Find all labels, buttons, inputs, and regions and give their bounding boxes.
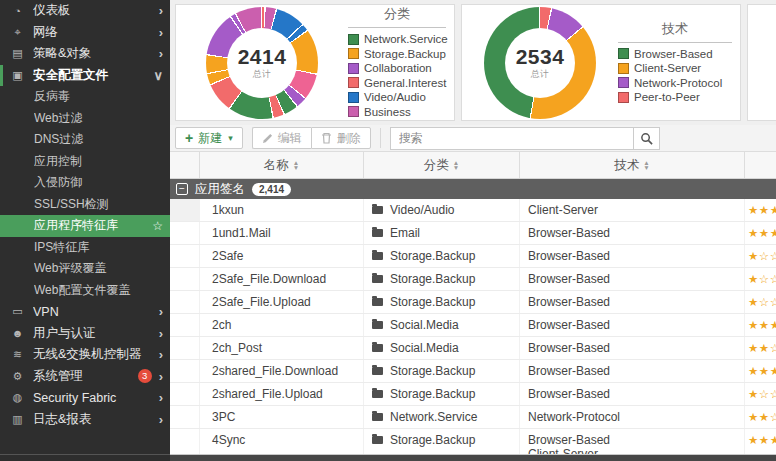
app-root: ◔ 仪表板 › ⌖ 网络 › ▤ 策略&对象 › ▣ 安全配置文件 ∨ 反病毒 … (0, 0, 776, 461)
favorite-star-icon[interactable]: ☆ (152, 219, 163, 233)
table-row[interactable]: 2Safe Storage.Backup Browser-Based ★☆☆ (170, 245, 776, 268)
app-name: 1kxun (200, 199, 364, 221)
table-row[interactable]: 1kxun Video/Audio Client-Server ★★★ (170, 199, 776, 222)
table-row[interactable]: 2ch_Post Social.Media Browser-Based ★★☆ (170, 337, 776, 360)
wireless-icon: ≋ (9, 348, 26, 361)
sidebar-item--[interactable]: ▥ 日志&报表 › (0, 409, 170, 431)
technology-cell: Client-Server (520, 199, 745, 221)
row-indent-cell (170, 222, 200, 244)
technology-chart-panel: 2534 总计 技术 Browser-Based Client-Server N… (461, 4, 741, 121)
category-label: Email (390, 226, 420, 240)
group-label: 应用签名 (195, 181, 245, 198)
sidebar-item--[interactable]: ▣ 安全配置文件 ∨ (0, 65, 170, 87)
policy-objects-icon: ▤ (9, 47, 26, 60)
row-indent-cell (170, 268, 200, 290)
folder-icon (372, 344, 383, 352)
app-name: 2shared_File.Upload (200, 383, 364, 405)
table-row[interactable]: 2shared_File.Download Storage.Backup Bro… (170, 360, 776, 383)
technology-cell: Network-Protocol (520, 406, 745, 428)
header-category[interactable]: 分类 ▲▼ (364, 152, 520, 178)
charts-row: 2414 总计 分类 Network.Service Storage.Backu… (170, 0, 776, 125)
sidebar-item--[interactable]: ≋ 无线&交换机控制器 › (0, 344, 170, 366)
chevron-right-icon: › (159, 3, 163, 18)
sidebar-item--[interactable]: ◔ 仪表板 › (0, 0, 170, 22)
folder-icon (372, 390, 383, 398)
sidebar-item--[interactable]: ☻ 用户与认证 › (0, 323, 170, 345)
sidebar-item--[interactable]: ⌖ 网络 › (0, 22, 170, 44)
category-label: Network.Service (390, 410, 477, 424)
category-legend: 分类 Network.Service Storage.Backup Collab… (348, 5, 454, 120)
search-button[interactable] (633, 127, 660, 150)
folder-icon (372, 206, 383, 214)
folder-icon (372, 436, 383, 444)
technology-cell: Browser-Based (520, 291, 745, 313)
header-indent-cell (170, 152, 200, 178)
table-row[interactable]: 1und1.Mail Email Browser-Based ★★★ (170, 222, 776, 245)
chevron-right-icon: › (159, 412, 163, 427)
sidebar-item-web-[interactable]: Web配置文件覆盖 (0, 280, 170, 302)
row-indent-cell (170, 337, 200, 359)
sort-icon: ▲▼ (293, 160, 299, 170)
legend-label: Storage.Backup (364, 48, 446, 60)
folder-icon (372, 321, 383, 329)
chevron-right-icon: › (159, 46, 163, 61)
legend-swatch (348, 63, 359, 74)
sidebar-item-web-[interactable]: Web过滤 (0, 108, 170, 130)
delete-button[interactable]: 删除 (311, 127, 371, 149)
table-row[interactable]: 3PC Network.Service Network-Protocol ★★☆ (170, 406, 776, 429)
technology-total: 2534 (516, 45, 565, 69)
header-technology[interactable]: 技术 ▲▼ (520, 152, 745, 178)
sidebar-item--[interactable]: 应用控制 (0, 151, 170, 173)
header-name[interactable]: 名称 ▲▼ (200, 152, 364, 178)
category-label: Video/Audio (390, 203, 455, 217)
row-indent-cell (170, 291, 200, 313)
sidebar-item-vpn[interactable]: ▭ VPN › (0, 301, 170, 323)
technology-cell: Browser-Based (520, 222, 745, 244)
category-donut-chart[interactable]: 2414 总计 (206, 7, 318, 119)
edit-button[interactable]: 编辑 (252, 127, 311, 149)
category-label: Social.Media (390, 341, 459, 355)
sort-icon: ▲▼ (453, 160, 459, 170)
collapse-icon[interactable]: − (176, 183, 188, 195)
row-indent-cell (170, 199, 200, 221)
app-name: 3PC (200, 406, 364, 428)
table-row[interactable]: 2shared_File.Upload Storage.Backup Brows… (170, 383, 776, 406)
sidebar-item--[interactable]: 反病毒 (0, 86, 170, 108)
signature-group-row[interactable]: − 应用签名 2,414 (170, 179, 776, 199)
sidebar-item-ssl-ssh-[interactable]: SSL/SSH检测 (0, 194, 170, 216)
sidebar-item--[interactable]: 入侵防御 (0, 172, 170, 194)
table-row[interactable]: 2ch Social.Media Browser-Based ★★★ (170, 314, 776, 337)
technology-total-label: 总计 (531, 68, 549, 81)
sidebar-item-security-fabric[interactable]: ◍ Security Fabric › (0, 387, 170, 409)
sidebar-item--[interactable]: 应用程序特征库 ☆ (0, 215, 170, 237)
category-label: Storage.Backup (390, 433, 475, 447)
gear-icon: ⚙ (9, 370, 26, 383)
technology-donut-chart[interactable]: 2534 总计 (484, 7, 596, 119)
legend-label: Browser-Based (634, 48, 713, 60)
folder-icon (372, 252, 383, 260)
legend-item: Peer-to-Peer (618, 91, 732, 103)
popularity-stars: ★☆☆ (745, 383, 776, 405)
table-row[interactable]: 2Safe_File.Upload Storage.Backup Browser… (170, 291, 776, 314)
table-row[interactable]: 2Safe_File.Download Storage.Backup Brows… (170, 268, 776, 291)
sidebar-item-ips-[interactable]: IPS特征库 (0, 237, 170, 259)
technology-legend: 技术 Browser-Based Client-Server Network-P… (618, 20, 740, 106)
sidebar-item--[interactable]: ⚙ 系统管理 3› (0, 366, 170, 388)
legend-label: Video/Audio (364, 91, 426, 103)
chevron-right-icon: › (159, 390, 163, 405)
category-label: Storage.Backup (390, 249, 475, 263)
vpn-icon: ▭ (9, 305, 26, 318)
sidebar-item--[interactable]: ▤ 策略&对象 › (0, 43, 170, 65)
chevron-right-icon: › (159, 326, 163, 341)
category-label: Storage.Backup (390, 272, 475, 286)
app-name: 1und1.Mail (200, 222, 364, 244)
sidebar-item-dns-[interactable]: DNS过滤 (0, 129, 170, 151)
new-button[interactable]: + 新建 ▾ (175, 127, 243, 149)
search-input[interactable] (390, 127, 634, 150)
category-chart-panel: 2414 总计 分类 Network.Service Storage.Backu… (175, 4, 455, 121)
legend-item: Network-Protocol (618, 77, 732, 89)
sidebar-item-web-[interactable]: Web评级覆盖 (0, 258, 170, 280)
category-cell: Storage.Backup (364, 268, 520, 290)
table-header: 名称 ▲▼ 分类 ▲▼ 技术 ▲▼ (170, 152, 776, 179)
legend-swatch (348, 34, 359, 45)
